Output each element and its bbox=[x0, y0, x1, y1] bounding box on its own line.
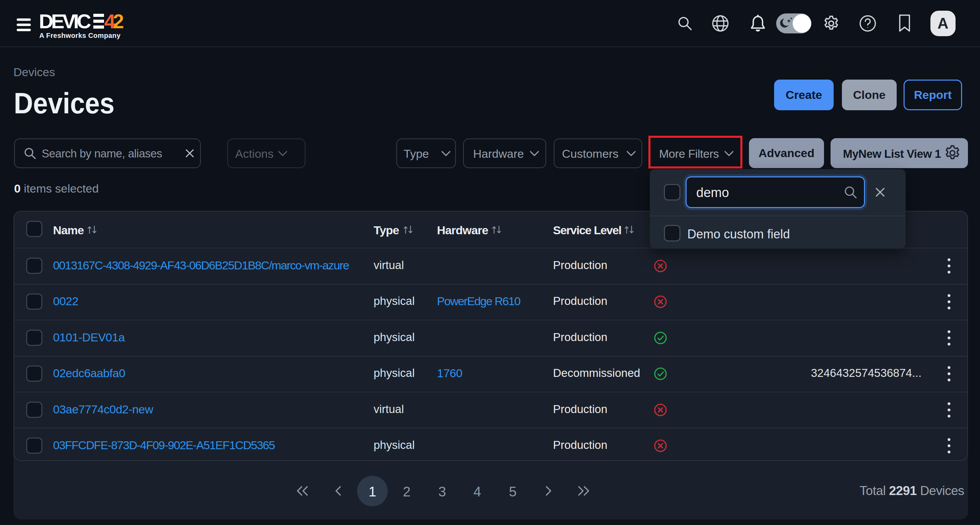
svg-text:DEVIC: DEVIC bbox=[39, 13, 91, 32]
svg-text:2: 2 bbox=[113, 13, 124, 32]
